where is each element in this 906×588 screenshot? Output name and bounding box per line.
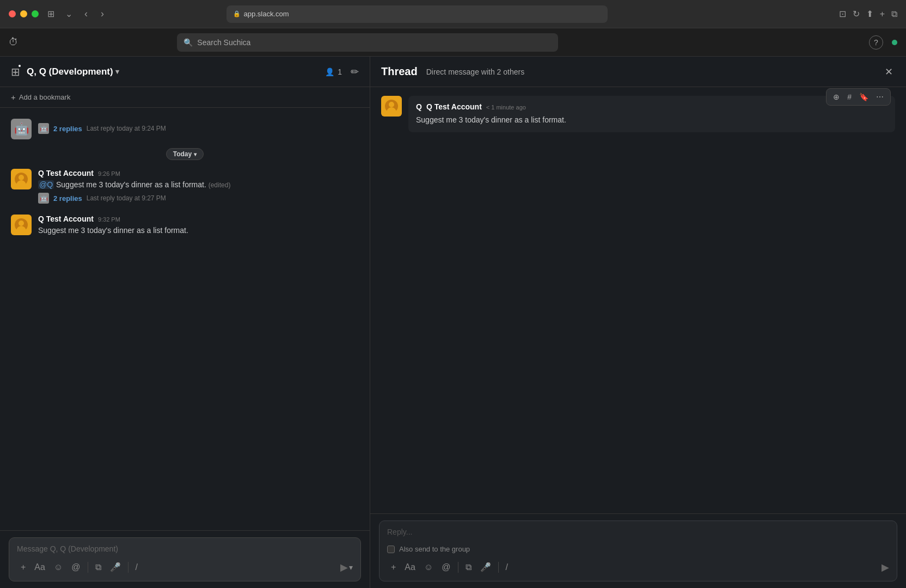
screen-share-button[interactable]: ⊡ — [839, 9, 846, 19]
sidebar-icon: ⊞ — [11, 65, 20, 78]
maximize-window-button[interactable] — [32, 10, 39, 17]
history-icon[interactable]: ⏱ — [9, 36, 19, 48]
thread-reply-area: Reply... Also send to the group + Aa ☺ @… — [370, 513, 906, 588]
thread-message-1: ⊕ # 🔖 ⋯ Q Q Test Account < 1 minute ago … — [381, 96, 895, 132]
slack-toolbar: ⏱ 🔍 Search Suchica ? — [0, 28, 906, 57]
also-send-checkbox[interactable] — [387, 546, 395, 553]
mic-button[interactable]: 🎤 — [106, 560, 125, 574]
forward-button[interactable]: › — [97, 6, 107, 22]
message-content-1: Q Test Account 9:26 PM @Q Suggest me 3 t… — [38, 169, 359, 204]
thread-message-author: Q — [416, 102, 422, 111]
avatar-person-icon-2 — [15, 218, 28, 231]
sidebar-toggle-button[interactable]: ⊞ — [45, 7, 57, 21]
slack-toolbar-right: ? — [869, 35, 897, 50]
date-chevron-icon: ▾ — [194, 151, 197, 157]
send-dropdown-button[interactable]: ▾ — [349, 563, 353, 572]
message-input-area: Message Q, Q (Development) + Aa ☺ @ ⧉ 🎤 … — [0, 530, 370, 588]
message-input-placeholder[interactable]: Message Q, Q (Development) — [17, 544, 353, 553]
message-text-2: Suggest me 3 today's dinner as a list fo… — [38, 225, 359, 236]
reply-video-button[interactable]: ⧉ — [462, 560, 475, 574]
thread-reply-box[interactable]: Reply... Also send to the group + Aa ☺ @… — [379, 520, 897, 581]
emoji-button[interactable]: ☺ — [50, 560, 66, 574]
traffic-lights — [9, 10, 39, 17]
conversation-header: ⊞ Q, Q (Development) ▾ 👤 1 ✏ — [0, 57, 370, 87]
reply-format-button[interactable]: Aa — [401, 560, 419, 574]
search-placeholder: Search Suchica — [197, 38, 250, 47]
edited-label-1: (edited) — [209, 181, 231, 189]
date-badge[interactable]: Today ▾ — [166, 148, 204, 160]
bookmark-message-button[interactable]: 🔖 — [856, 91, 872, 103]
message-time-1: 9:26 PM — [98, 170, 120, 177]
conversation-panel: ⊞ Q, Q (Development) ▾ 👤 1 ✏ + Add a boo… — [0, 57, 370, 588]
plus-button[interactable]: + — [17, 560, 29, 574]
message-input-box[interactable]: Message Q, Q (Development) + Aa ☺ @ ⧉ 🎤 … — [9, 537, 361, 581]
chevron-down-button[interactable]: ⌄ — [63, 7, 75, 21]
format-button[interactable]: Aa — [30, 560, 49, 574]
tabs-button[interactable]: ⧉ — [891, 9, 897, 19]
reply-emoji-button[interactable]: ☺ — [420, 560, 437, 574]
search-bar[interactable]: 🔍 Search Suchica — [177, 33, 558, 52]
user-avatar-2 — [11, 215, 32, 235]
reply-plus-button[interactable]: + — [387, 560, 400, 574]
channel-chevron-icon: ▾ — [115, 68, 119, 76]
toolbar-divider-1 — [88, 562, 88, 573]
channel-title[interactable]: Q, Q (Development) ▾ — [27, 66, 119, 77]
reply-send-button[interactable]: ▶ — [881, 561, 889, 573]
close-thread-button[interactable]: ✕ — [883, 64, 895, 80]
thread-panel: Thread Direct message with 2 others ✕ ⊕ … — [370, 57, 906, 588]
message-content: 🤖 2 replies Last reply today at 9:24 PM — [38, 119, 359, 139]
message-group: 🤖 🤖 2 replies Last reply today at 9:24 P… — [11, 117, 359, 142]
bookmark-bar: + Add a bookmark — [0, 87, 370, 108]
input-toolbar: + Aa ☺ @ ⧉ 🎤 / ▶ ▾ — [17, 560, 353, 574]
help-button[interactable]: ? — [869, 35, 883, 50]
add-reaction-button[interactable]: ⊕ — [830, 91, 843, 103]
send-button[interactable]: ▶ — [340, 561, 348, 573]
robot-icon: 🤖 — [14, 122, 29, 136]
message-time-2: 9:32 PM — [98, 216, 120, 223]
reply-slash-button[interactable]: / — [502, 560, 512, 574]
reply-count-1[interactable]: 2 replies — [53, 194, 82, 203]
reply-count[interactable]: 2 replies — [53, 125, 82, 133]
titlebar-right: ⊡ ↻ ⬆ + ⧉ — [839, 9, 897, 19]
thread-messages: ⊕ # 🔖 ⋯ Q Q Test Account < 1 minute ago … — [370, 87, 906, 513]
message-meta-2: Q Test Account 9:32 PM — [38, 215, 359, 223]
replies-row-1: 🤖 2 replies Last reply today at 9:27 PM — [38, 193, 359, 204]
message-body-1: Suggest me 3 today's dinner as a list fo… — [54, 180, 206, 189]
reply-toolbar: + Aa ☺ @ ⧉ 🎤 / ▶ — [387, 560, 889, 574]
thread-message-text: Suggest me 3 today's dinner as a list fo… — [416, 114, 887, 126]
slash-button[interactable]: / — [132, 560, 142, 574]
new-tab-button[interactable]: + — [880, 9, 885, 19]
video-button[interactable]: ⧉ — [91, 560, 105, 574]
back-button[interactable]: ‹ — [81, 6, 91, 22]
thread-header: Thread Direct message with 2 others ✕ — [370, 57, 906, 87]
reply-mention-button[interactable]: @ — [438, 560, 454, 574]
refresh-button[interactable]: ↻ — [853, 9, 860, 19]
user-avatar-1 — [11, 169, 32, 189]
member-icon: 👤 — [325, 68, 334, 76]
also-send-label: Also send to the group — [399, 545, 470, 553]
reply-mic-button[interactable]: 🎤 — [476, 560, 495, 574]
reply-toolbar-divider-1 — [458, 562, 458, 573]
lock-icon: 🔒 — [233, 10, 241, 17]
reply-also-send-row: Also send to the group — [387, 545, 889, 553]
more-actions-button[interactable]: ⋯ — [873, 91, 887, 103]
minimize-window-button[interactable] — [20, 10, 27, 17]
member-count-button[interactable]: 👤 1 — [325, 68, 342, 76]
message-body-2: Suggest me 3 today's dinner as a list fo… — [38, 226, 188, 235]
bookmark-label[interactable]: Add a bookmark — [19, 93, 71, 101]
edit-button[interactable]: ✏ — [351, 66, 359, 78]
close-window-button[interactable] — [9, 10, 16, 17]
date-label: Today — [173, 150, 192, 158]
share-button[interactable]: ⬆ — [866, 9, 873, 19]
thread-avatar — [381, 96, 402, 117]
member-count: 1 — [338, 68, 342, 76]
main-layout: ⊞ Q, Q (Development) ▾ 👤 1 ✏ + Add a boo… — [0, 57, 906, 588]
avatar-person-icon — [15, 173, 28, 186]
message-group-2: Q Test Account 9:32 PM Suggest me 3 toda… — [11, 212, 359, 238]
date-divider: Today ▾ — [11, 148, 359, 160]
mention-button[interactable]: @ — [68, 560, 84, 574]
message-author-2: Q Test Account — [38, 215, 94, 223]
add-hashtag-button[interactable]: # — [844, 91, 855, 103]
reply-placeholder[interactable]: Reply... — [387, 528, 889, 536]
address-bar[interactable]: 🔒 app.slack.com — [226, 5, 608, 23]
